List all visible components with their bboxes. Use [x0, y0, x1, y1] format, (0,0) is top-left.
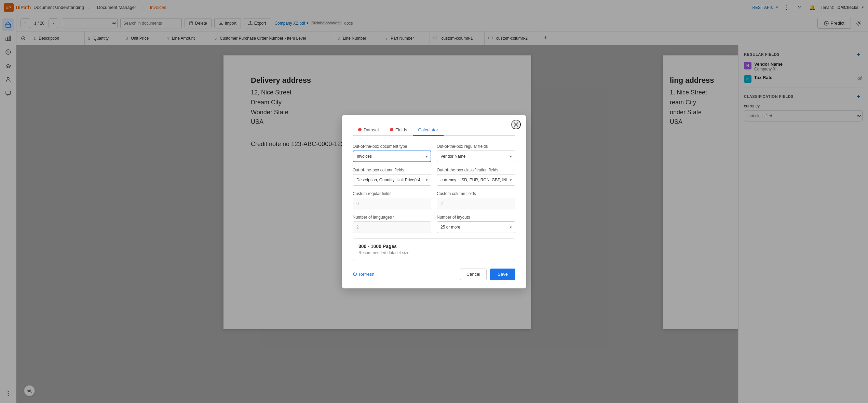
- doc-type-select[interactable]: Invoices Purchase Orders Receipts: [353, 151, 431, 162]
- fields-error-indicator: [390, 128, 393, 131]
- class-fields-select-wrapper: currency: USD, EUR, RON, GBP, INR, CAD, …: [437, 174, 515, 186]
- num-languages-group: Number of languages *: [353, 215, 431, 233]
- custom-col-label: Custom column fields: [437, 191, 515, 196]
- modal-close-btn[interactable]: [511, 120, 521, 129]
- tab-fields[interactable]: Fields: [384, 125, 413, 136]
- regular-fields-label: Out-of-the-box regular fields: [437, 144, 515, 149]
- dataset-desc: Recommended dataset size: [358, 250, 510, 255]
- doc-type-select-wrapper: Invoices Purchase Orders Receipts: [353, 151, 431, 162]
- regular-fields-group: Out-of-the-box regular fields Vendor Nam…: [437, 144, 515, 162]
- dataset-size-box: 300 - 1000 Pages Recommended dataset siz…: [353, 238, 515, 260]
- classification-fields-label: Out-of-the-box classification fields: [437, 168, 515, 172]
- num-layouts-label: Number of layouts: [437, 215, 515, 220]
- custom-col-group: Custom column fields: [437, 191, 515, 209]
- col-fields-label: Out-of-the-box column fields: [353, 168, 431, 172]
- num-layouts-select-wrapper: 25 or more 1 2-5 6-10 11-25: [437, 221, 515, 233]
- custom-regular-input[interactable]: [353, 198, 431, 209]
- modal-row-3: Custom regular fields Custom column fiel…: [353, 191, 515, 209]
- dataset-pages: 300 - 1000 Pages: [358, 244, 510, 249]
- tab-dataset-label: Dataset: [364, 127, 379, 132]
- refresh-btn[interactable]: Refresh: [353, 272, 375, 277]
- col-fields-select[interactable]: Description, Quantity, Unit Price(+4 mor…: [353, 174, 431, 186]
- custom-regular-label: Custom regular fields: [353, 191, 431, 196]
- refresh-icon: [353, 272, 357, 276]
- regular-fields-select[interactable]: Vendor Name: [437, 151, 515, 162]
- col-fields-select-wrapper: Description, Quantity, Unit Price(+4 mor…: [353, 174, 431, 186]
- custom-regular-group: Custom regular fields: [353, 191, 431, 209]
- classification-fields-group: Out-of-the-box classification fields cur…: [437, 168, 515, 186]
- cancel-btn[interactable]: Cancel: [460, 269, 487, 280]
- modal-row-4: Number of languages * Number of layouts …: [353, 215, 515, 233]
- tab-fields-label: Fields: [395, 127, 407, 132]
- modal-footer: Refresh Cancel Save: [353, 269, 515, 280]
- tab-dataset[interactable]: Dataset: [353, 125, 384, 136]
- custom-col-input[interactable]: [437, 198, 515, 209]
- dataset-error-indicator: [358, 128, 362, 131]
- doc-type-label: Out-of-the-box document type: [353, 144, 431, 149]
- close-icon: [514, 122, 518, 127]
- num-languages-input[interactable]: [353, 221, 431, 233]
- num-languages-label: Number of languages *: [353, 215, 431, 220]
- col-fields-group: Out-of-the-box column fields Description…: [353, 168, 431, 186]
- modal-row-1: Out-of-the-box document type Invoices Pu…: [353, 144, 515, 162]
- regular-fields-select-wrapper: Vendor Name: [437, 151, 515, 162]
- doc-type-group: Out-of-the-box document type Invoices Pu…: [353, 144, 431, 162]
- calculator-modal: Dataset Fields Calculator Out-of-the-box…: [342, 115, 526, 288]
- modal-row-2: Out-of-the-box column fields Description…: [353, 168, 515, 186]
- tab-calculator-label: Calculator: [418, 127, 438, 132]
- num-layouts-group: Number of layouts 25 or more 1 2-5 6-10 …: [437, 215, 515, 233]
- modal-overlay: Dataset Fields Calculator Out-of-the-box…: [0, 0, 868, 403]
- tab-calculator[interactable]: Calculator: [413, 125, 444, 136]
- save-btn[interactable]: Save: [490, 269, 515, 280]
- modal-tabs: Dataset Fields Calculator: [353, 125, 515, 136]
- class-fields-select[interactable]: currency: USD, EUR, RON, GBP, INR, CAD, …: [437, 174, 515, 186]
- num-layouts-select[interactable]: 25 or more 1 2-5 6-10 11-25: [437, 221, 515, 233]
- refresh-label: Refresh: [359, 272, 375, 277]
